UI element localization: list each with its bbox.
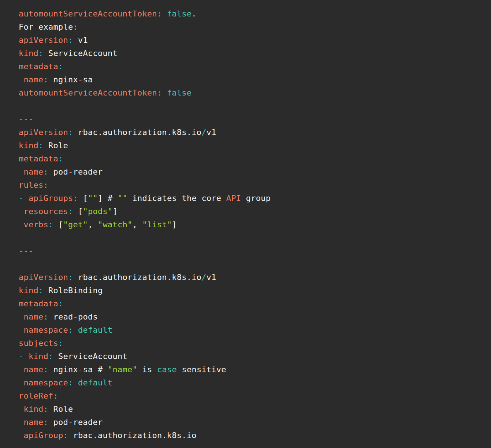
code-token-plain: reader bbox=[73, 167, 103, 176]
code-token-punct: / bbox=[201, 128, 207, 137]
code-line-blank bbox=[19, 258, 485, 271]
code-token-plain bbox=[19, 75, 24, 84]
code-token-kw: default bbox=[78, 378, 112, 387]
code-token-str: "list" bbox=[142, 220, 172, 229]
code-token-str: "pods" bbox=[83, 207, 112, 216]
code-line: name: read-pods bbox=[19, 310, 485, 324]
code-line: verbs: ["get", "watch", "list"] bbox=[19, 218, 485, 231]
code-token-punct: : bbox=[38, 286, 44, 295]
code-token-punct: - bbox=[19, 194, 24, 203]
code-token-str: "get" bbox=[63, 220, 88, 229]
code-line: apiGroup: rbac.authorization.k8s.io bbox=[19, 429, 485, 442]
code-line: kind: ServiceAccount bbox=[19, 47, 485, 60]
code-line: roleRef: bbox=[19, 389, 485, 403]
code-token-punct: : bbox=[43, 75, 48, 84]
code-token-punct: : bbox=[38, 141, 44, 150]
code-token-key: namespace bbox=[24, 378, 68, 387]
code-token-punct: : bbox=[73, 194, 78, 203]
code-token-punct: : bbox=[38, 49, 44, 58]
code-token-key: kind bbox=[19, 49, 38, 58]
code-token-plain: ] # bbox=[98, 194, 118, 203]
yaml-code-editor: automountServiceAccountToken: false.For … bbox=[0, 0, 491, 448]
code-token-yellow: . bbox=[191, 9, 197, 18]
code-token-key: roleRef bbox=[19, 391, 53, 400]
code-line: - kind: ServiceAccount bbox=[19, 350, 485, 363]
code-line: metadata: bbox=[19, 297, 485, 310]
code-line: For example: bbox=[19, 20, 485, 34]
code-token-plain: sensitive bbox=[177, 365, 226, 374]
code-token-punct: : bbox=[48, 352, 53, 361]
code-token-key: metadata bbox=[19, 154, 58, 163]
code-line: apiVersion: rbac.authorization.k8s.io/v1 bbox=[19, 126, 485, 139]
code-token-key: automountServiceAccountToken bbox=[19, 88, 157, 97]
code-line: apiVersion: rbac.authorization.k8s.io/v1 bbox=[19, 271, 485, 284]
code-token-key: name bbox=[24, 418, 44, 427]
code-token-plain: [ bbox=[73, 207, 83, 216]
code-token-plain: ] bbox=[172, 220, 177, 229]
code-token-key: - bbox=[68, 418, 73, 427]
code-token-plain bbox=[19, 220, 24, 229]
code-token-str: "name" bbox=[108, 365, 137, 374]
code-line: name: pod-reader bbox=[19, 165, 485, 179]
code-token-str: "" bbox=[118, 194, 127, 203]
code-token-punct: : bbox=[43, 365, 48, 374]
code-token-plain: [ bbox=[53, 220, 63, 229]
code-token-punct: : bbox=[58, 299, 63, 308]
code-line: --- bbox=[19, 244, 485, 258]
code-token-key: name bbox=[24, 167, 44, 176]
code-token-plain bbox=[19, 167, 24, 176]
code-token-plain: rbac.authorization.k8s.io bbox=[68, 431, 197, 440]
code-token-key: apiVersion bbox=[19, 128, 68, 137]
code-line: subjects: bbox=[19, 337, 485, 350]
code-token-punct: --- bbox=[19, 115, 34, 124]
code-line: automountServiceAccountToken: false bbox=[19, 86, 485, 100]
code-token-plain: v1 bbox=[207, 128, 216, 137]
code-line: automountServiceAccountToken: false. bbox=[19, 7, 485, 20]
code-token-punct: : bbox=[157, 9, 162, 18]
code-token-plain bbox=[19, 365, 24, 374]
code-line: name: nginx-sa # "name" is case sensitiv… bbox=[19, 363, 485, 376]
code-token-key: verbs bbox=[24, 220, 48, 229]
code-token-key: apiGroup bbox=[24, 431, 63, 440]
code-token-key: - bbox=[73, 312, 78, 321]
code-line: namespace: default bbox=[19, 324, 485, 337]
code-token-key: apiVersion bbox=[19, 36, 68, 45]
code-token-plain: pod bbox=[48, 418, 68, 427]
code-token-punct: : bbox=[43, 312, 48, 321]
code-token-key: apiVersion bbox=[19, 273, 68, 282]
code-token-plain bbox=[19, 431, 24, 440]
code-token-key: name bbox=[24, 75, 44, 84]
code-line: apiVersion: v1 bbox=[19, 34, 485, 47]
code-token-plain: pod bbox=[48, 167, 68, 176]
code-token-plain: Role bbox=[48, 404, 73, 414]
code-token-plain bbox=[162, 9, 167, 18]
code-token-plain bbox=[19, 404, 24, 414]
code-token-plain: nginx bbox=[48, 365, 78, 374]
code-token-punct: / bbox=[201, 273, 207, 282]
code-token-plain bbox=[73, 325, 78, 335]
code-token-punct: : bbox=[43, 167, 48, 176]
code-token-key: kind bbox=[19, 141, 38, 150]
code-token-punct: : bbox=[68, 325, 73, 335]
code-token-punct: : bbox=[58, 339, 63, 348]
code-token-plain bbox=[24, 194, 29, 203]
code-token-key: - bbox=[78, 75, 83, 84]
code-token-key: name bbox=[24, 312, 44, 321]
code-token-key: - bbox=[78, 365, 83, 374]
code-token-kw: false bbox=[167, 88, 191, 97]
code-token-key: - bbox=[68, 167, 73, 176]
code-token-key: API bbox=[226, 194, 241, 203]
code-token-key: namespace bbox=[24, 325, 68, 335]
code-token-plain: group bbox=[241, 194, 271, 203]
code-line: - apiGroups: [""] # "" indicates the cor… bbox=[19, 192, 485, 205]
code-token-punct: : bbox=[68, 378, 73, 387]
code-token-plain: [ bbox=[78, 194, 88, 203]
code-token-plain: v1 bbox=[73, 36, 88, 45]
code-token-plain: rbac.authorization.k8s.io bbox=[73, 128, 201, 137]
code-line-blank bbox=[19, 231, 485, 244]
code-token-plain: v1 bbox=[207, 273, 216, 282]
code-token-key: kind bbox=[19, 286, 38, 295]
code-line-blank bbox=[19, 100, 485, 113]
code-token-plain: RoleBinding bbox=[43, 286, 103, 295]
code-line: metadata: bbox=[19, 152, 485, 165]
